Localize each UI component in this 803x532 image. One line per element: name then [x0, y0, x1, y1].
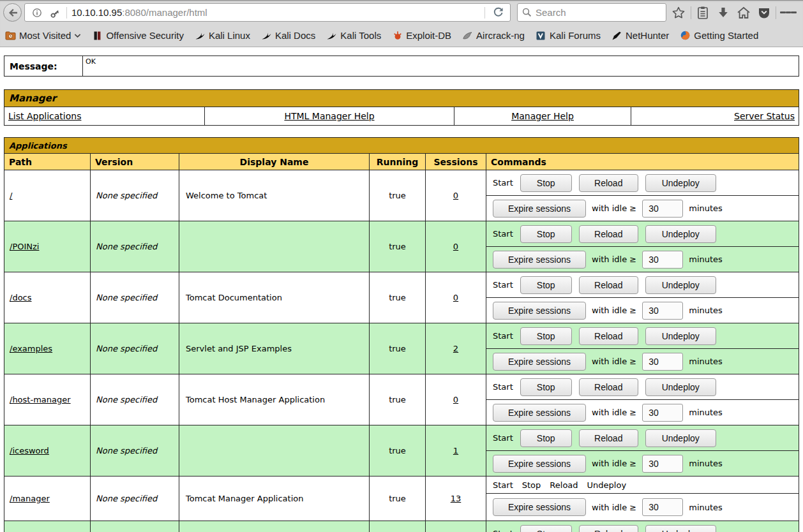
- pocket-icon[interactable]: [756, 4, 772, 21]
- commands-row: StartStopReloadUndeploy: [486, 323, 799, 349]
- idle-label: with idle ≥: [592, 203, 636, 213]
- undeploy-button[interactable]: Undeploy: [645, 174, 716, 192]
- bookmark-kali-linux[interactable]: Kali Linux: [195, 30, 250, 41]
- reading-list-icon[interactable]: [694, 4, 711, 21]
- stop-button[interactable]: Stop: [520, 525, 572, 532]
- page-info-icon[interactable]: [29, 4, 45, 21]
- downloads-icon[interactable]: [715, 4, 732, 21]
- undeploy-button[interactable]: Undeploy: [645, 429, 716, 447]
- expire-sessions-button[interactable]: Expire sessions: [493, 455, 586, 473]
- reload-button[interactable]: Reload: [579, 276, 638, 294]
- idle-minutes-input[interactable]: [642, 404, 683, 422]
- toolbar-icons: [666, 1, 800, 24]
- expire-sessions-button[interactable]: Expire sessions: [493, 404, 586, 422]
- expire-sessions-button[interactable]: Expire sessions: [493, 353, 586, 371]
- undeploy-button[interactable]: Undeploy: [645, 225, 716, 243]
- reload-button[interactable]: Reload: [579, 429, 638, 447]
- bookmark-offensive-security[interactable]: Offensive Security: [92, 30, 183, 41]
- sessions-link[interactable]: 13: [451, 494, 462, 503]
- idle-minutes-input[interactable]: [642, 498, 683, 516]
- app-path-link[interactable]: /icesword: [10, 446, 49, 455]
- insecure-key-icon[interactable]: [45, 4, 62, 21]
- app-running: true: [370, 272, 426, 323]
- undeploy-button[interactable]: Undeploy: [645, 378, 716, 396]
- app-display-name: [179, 521, 370, 532]
- sessions-link[interactable]: 0: [453, 293, 458, 302]
- bookmark-getting-started[interactable]: Getting Started: [680, 30, 758, 41]
- idle-minutes-input[interactable]: [642, 455, 683, 473]
- idle-label: with idle ≥: [592, 459, 636, 468]
- expire-sessions-button[interactable]: Expire sessions: [493, 302, 586, 320]
- app-display-name: Tomcat Documentation: [179, 272, 370, 323]
- app-path-link[interactable]: /host-manager: [10, 395, 71, 404]
- home-icon[interactable]: [735, 4, 752, 21]
- bookmark-kali-docs[interactable]: Kali Docs: [261, 30, 315, 41]
- idle-minutes-input[interactable]: [642, 353, 683, 371]
- expire-sessions-button[interactable]: Expire sessions: [493, 498, 586, 516]
- url-bar[interactable]: 10.10.10.95:8080/manager/html: [24, 3, 511, 22]
- start-command: Start: [493, 480, 513, 490]
- back-button[interactable]: [3, 3, 22, 22]
- undeploy-button[interactable]: Undeploy: [645, 276, 716, 294]
- url-host: 10.10.10.95: [71, 7, 122, 18]
- link-list-applications[interactable]: List Applications: [8, 111, 81, 121]
- idle-minutes-input[interactable]: [642, 251, 683, 269]
- app-path-link[interactable]: /: [10, 191, 12, 200]
- sessions-link[interactable]: 0: [453, 395, 458, 404]
- stop-command: Stop: [522, 480, 541, 490]
- stop-button[interactable]: Stop: [520, 429, 572, 447]
- applications-header-row: Path Version Display Name Running Sessio…: [4, 154, 799, 170]
- reload-button[interactable]: Reload: [579, 327, 638, 345]
- start-command: Start: [493, 229, 513, 239]
- bookmark-aircrack-ng[interactable]: Aircrack-ng: [462, 30, 525, 41]
- link-manager-help[interactable]: Manager Help: [511, 111, 574, 121]
- app-running: true: [370, 221, 426, 272]
- menu-icon[interactable]: [780, 4, 797, 21]
- stop-button[interactable]: Stop: [520, 378, 572, 396]
- column-header-path: Path: [4, 154, 91, 170]
- reload-icon[interactable]: [490, 4, 506, 21]
- sessions-link[interactable]: 1: [453, 446, 458, 455]
- link-server-status[interactable]: Server Status: [734, 111, 795, 121]
- reload-button[interactable]: Reload: [579, 525, 638, 532]
- bookmark-exploit-db[interactable]: Exploit-DB: [392, 30, 451, 41]
- bookmark-most-visited[interactable]: Most Visited: [5, 30, 81, 41]
- app-path-link[interactable]: /examples: [10, 344, 52, 353]
- offsec-icon: [92, 30, 103, 41]
- commands-row: StartStopReloadUndeploy: [486, 521, 799, 532]
- bookmark-nethunter[interactable]: NetHunter: [612, 30, 669, 41]
- commands-row: StartStopReloadUndeploy: [486, 477, 799, 494]
- sessions-link[interactable]: 2: [453, 344, 458, 353]
- bookmark-star-icon[interactable]: [670, 4, 687, 21]
- stop-button[interactable]: Stop: [520, 225, 572, 243]
- undeploy-command: Undeploy: [587, 480, 627, 490]
- reload-button[interactable]: Reload: [579, 174, 638, 192]
- expire-row: Expire sessionswith idle ≥minutes: [486, 400, 799, 425]
- stop-button[interactable]: Stop: [520, 327, 572, 345]
- undeploy-button[interactable]: Undeploy: [645, 525, 716, 532]
- expire-sessions-button[interactable]: Expire sessions: [493, 251, 586, 269]
- app-path-link[interactable]: /POINzi: [10, 242, 39, 251]
- app-running: true: [370, 425, 426, 477]
- search-input[interactable]: [536, 7, 644, 18]
- idle-minutes-input[interactable]: [642, 200, 683, 218]
- expire-sessions-button[interactable]: Expire sessions: [493, 200, 586, 218]
- bookmark-kali-forums[interactable]: Kali Forums: [536, 30, 601, 41]
- sessions-link[interactable]: 0: [453, 242, 458, 251]
- stop-button[interactable]: Stop: [520, 174, 572, 192]
- stop-button[interactable]: Stop: [520, 276, 572, 294]
- undeploy-button[interactable]: Undeploy: [645, 327, 716, 345]
- link-html-manager-help[interactable]: HTML Manager Help: [284, 111, 374, 121]
- app-running: true: [370, 477, 426, 521]
- search-box[interactable]: [517, 3, 666, 22]
- sessions-link[interactable]: 0: [453, 191, 458, 200]
- idle-minutes-input[interactable]: [642, 302, 683, 320]
- reload-button[interactable]: Reload: [579, 378, 638, 396]
- reload-button[interactable]: Reload: [579, 225, 638, 243]
- toolbar-divider: [691, 6, 691, 19]
- app-path-link[interactable]: /docs: [10, 293, 32, 302]
- bookmark-kali-tools[interactable]: Kali Tools: [326, 30, 381, 41]
- idle-label: with idle ≥: [592, 357, 636, 366]
- app-display-name: [179, 221, 370, 272]
- app-path-link[interactable]: /manager: [10, 494, 50, 503]
